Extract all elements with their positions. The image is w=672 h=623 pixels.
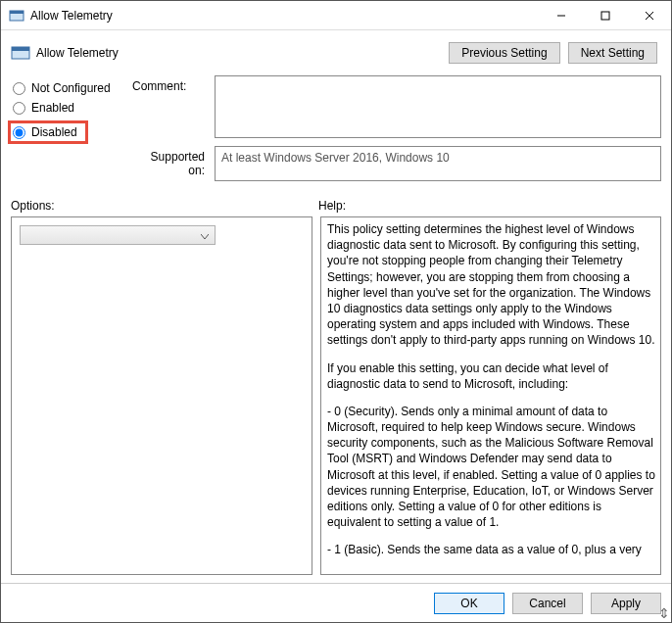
next-setting-button[interactable]: Next Setting <box>568 42 657 64</box>
policy-icon <box>11 43 30 63</box>
radio-not-configured[interactable]: Not Configured <box>11 81 128 95</box>
options-dropdown[interactable] <box>20 225 216 245</box>
help-text: - 0 (Security). Sends only a minimal amo… <box>327 404 656 531</box>
cancel-button[interactable]: Cancel <box>512 593 583 614</box>
options-pane <box>11 216 312 575</box>
comment-label: Comment: <box>132 75 211 93</box>
supported-on-value: At least Windows Server 2016, Windows 10 <box>215 146 661 181</box>
radio-not-configured-input[interactable] <box>13 82 25 95</box>
minimize-button[interactable] <box>539 1 583 29</box>
radio-label: Not Configured <box>31 81 111 95</box>
apply-button[interactable]: Apply <box>591 593 661 614</box>
titlebar: Allow Telemetry <box>1 1 671 30</box>
state-radios: Not Configured Enabled Disabled <box>11 75 128 144</box>
dialog-footer: OK Cancel Apply ⇕ <box>1 583 671 622</box>
radio-enabled[interactable]: Enabled <box>11 101 128 115</box>
maximize-button[interactable] <box>583 1 627 29</box>
radio-disabled-input[interactable] <box>13 126 25 139</box>
options-label: Options: <box>11 199 318 213</box>
previous-setting-button[interactable]: Previous Setting <box>449 42 559 64</box>
policy-icon <box>9 8 24 24</box>
header-row: Allow Telemetry Previous Setting Next Se… <box>1 30 671 70</box>
radio-label: Enabled <box>31 101 74 115</box>
help-text: If you enable this setting, you can deci… <box>327 360 656 392</box>
supported-on-label: Supported on: <box>132 146 211 177</box>
close-button[interactable] <box>627 1 671 29</box>
group-policy-dialog: Allow Telemetry Allow Telemetry Previous… <box>0 0 672 623</box>
ok-button[interactable]: OK <box>434 593 504 614</box>
window-title: Allow Telemetry <box>30 9 539 23</box>
radio-enabled-input[interactable] <box>13 102 25 115</box>
page-title: Allow Telemetry <box>36 46 449 60</box>
radio-label: Disabled <box>31 125 77 139</box>
svg-rect-1 <box>10 11 24 14</box>
chevron-down-icon <box>201 226 209 244</box>
help-pane[interactable]: This policy setting determines the highe… <box>320 216 661 575</box>
highlighted-selection: Disabled <box>8 120 88 144</box>
help-text: This policy setting determines the highe… <box>327 221 656 349</box>
radio-disabled[interactable]: Disabled <box>11 125 77 139</box>
help-label: Help: <box>318 199 346 213</box>
svg-rect-3 <box>601 12 609 20</box>
window-controls <box>539 1 671 29</box>
help-text: - 1 (Basic). Sends the same data as a va… <box>327 542 656 557</box>
comment-input[interactable] <box>215 75 661 138</box>
svg-rect-7 <box>12 47 29 51</box>
